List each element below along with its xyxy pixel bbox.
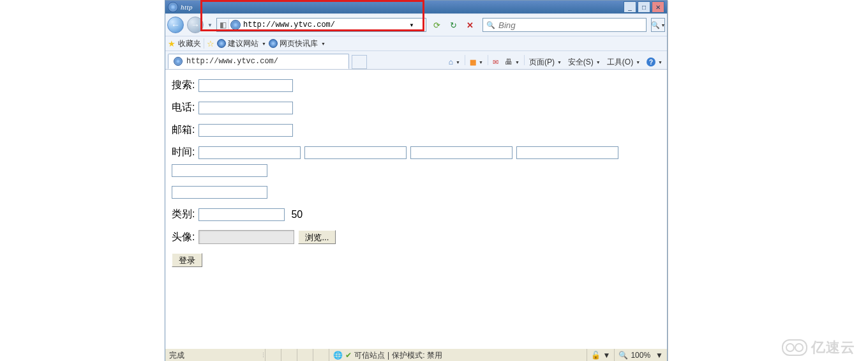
submit-button[interactable]: 登录 xyxy=(172,253,202,267)
favbar-separator xyxy=(204,38,204,49)
safety-menu[interactable]: 安全(S)▼ xyxy=(566,55,602,69)
favorites-label[interactable]: 收藏夹 xyxy=(178,38,201,49)
label-email: 邮箱: xyxy=(172,123,195,137)
address-bar[interactable]: ◧ ▼ xyxy=(216,18,426,32)
row-time: 时间: xyxy=(172,146,661,159)
input-category[interactable] xyxy=(198,208,285,221)
new-tab-button[interactable] xyxy=(352,55,367,69)
tab-command-bar: http://www.ytvc.com/ ⌂▼ ▩▼ ✉ 🖶▼ 页面(P)▼ 安… xyxy=(165,51,667,70)
tab-page-icon xyxy=(174,57,183,66)
mail-icon: ✉ xyxy=(493,58,498,66)
help-button[interactable]: ?▼ xyxy=(645,55,664,69)
printer-icon: 🖶 xyxy=(505,58,513,66)
status-privacy[interactable]: 🔓▼ xyxy=(587,349,615,361)
chevron-down-icon: ▼ xyxy=(262,42,266,46)
input-time-1[interactable] xyxy=(198,146,301,159)
home-icon: ⌂ xyxy=(449,58,453,66)
search-go-button[interactable]: 🔍▼ xyxy=(651,18,665,32)
web-slice-label: 网页快讯库 xyxy=(280,38,318,49)
pin-star-icon[interactable]: ☆ xyxy=(207,39,214,49)
row-time-extra2 xyxy=(172,186,661,199)
browse-button[interactable]: 浏览... xyxy=(298,230,336,244)
input-time-3[interactable] xyxy=(410,146,513,159)
trusted-sites-label: 可信站点 xyxy=(354,350,385,361)
ie-icon xyxy=(217,39,226,48)
window-minimize-button[interactable]: _ xyxy=(624,1,636,13)
protected-mode-label: 保护模式: 禁用 xyxy=(392,350,442,361)
status-pane-3 xyxy=(297,349,313,361)
watermark: 亿速云 xyxy=(782,338,855,357)
read-mail-button[interactable]: ✉ xyxy=(491,55,500,69)
row-category: 类别: 50 xyxy=(172,208,661,221)
row-submit: 登录 xyxy=(172,253,661,267)
back-button[interactable]: ← xyxy=(167,17,184,33)
status-done: 完成 xyxy=(165,349,261,361)
label-category: 类别: xyxy=(172,208,195,221)
suggested-sites-label: 建议网站 xyxy=(228,38,258,49)
search-input[interactable] xyxy=(497,20,645,31)
lock-icon: 🔓 xyxy=(591,351,601,360)
row-email: 邮箱: xyxy=(172,123,661,137)
refresh-button[interactable]: ↻ xyxy=(446,18,460,32)
ie-icon xyxy=(168,2,178,12)
tools-menu[interactable]: 工具(O)▼ xyxy=(605,55,642,69)
zoom-level: 100% xyxy=(631,351,650,360)
rss-icon: ▩ xyxy=(470,58,476,66)
rss-button[interactable]: ▩▼ xyxy=(468,55,485,69)
window-close-button[interactable]: ✕ xyxy=(652,1,664,13)
status-pane-1 xyxy=(265,349,281,361)
chevron-down-icon: ▼ xyxy=(655,351,663,360)
input-time-2[interactable] xyxy=(304,146,407,159)
input-email[interactable] xyxy=(198,124,293,137)
label-phone: 电话: xyxy=(172,101,195,114)
status-bar: 完成 ⋮ 🌐 ✔ 可信站点 | 保护模式: 禁用 🔓▼ 🔍 100% ▼ xyxy=(165,348,667,361)
input-time-4[interactable] xyxy=(516,146,618,159)
tab-title: http://www.ytvc.com/ xyxy=(186,57,278,66)
window-titlebar: http _ □ ✕ xyxy=(165,1,667,13)
input-search[interactable] xyxy=(198,79,293,92)
status-zoom[interactable]: 🔍 100% ▼ xyxy=(614,349,667,361)
watermark-logo-icon xyxy=(782,339,807,356)
status-pane-2 xyxy=(281,349,297,361)
row-time-extra1 xyxy=(172,164,661,177)
browser-window: http _ □ ✕ ← → ▼ ◧ ▼ ⟳ ↻ ✕ xyxy=(165,0,668,361)
print-button[interactable]: 🖶▼ xyxy=(503,55,521,69)
row-avatar: 头像: 浏览... xyxy=(172,230,661,244)
input-time-5[interactable] xyxy=(172,164,267,177)
address-input[interactable] xyxy=(242,19,407,31)
window-title: http xyxy=(181,3,624,11)
label-time: 时间: xyxy=(172,146,195,159)
row-phone: 电话: xyxy=(172,101,661,114)
page-content: 搜索: 电话: 邮箱: 时间: xyxy=(165,70,667,348)
compat-button[interactable]: ⟳ xyxy=(430,18,444,32)
zoom-icon: 🔍 xyxy=(618,351,628,360)
ie-icon xyxy=(269,39,278,48)
forward-button[interactable]: → xyxy=(187,17,204,33)
page-menu[interactable]: 页面(P)▼ xyxy=(527,55,564,69)
search-box[interactable]: 🔍 xyxy=(483,18,647,32)
page-icon xyxy=(230,20,241,30)
compat-view-icon[interactable]: ◧ xyxy=(217,19,229,31)
shield-icon: ✔ xyxy=(345,351,352,360)
search-icon: 🔍 xyxy=(486,21,495,29)
label-search: 搜索: xyxy=(172,79,195,92)
globe-icon: 🌐 xyxy=(333,351,343,360)
stop-button[interactable]: ✕ xyxy=(463,18,477,32)
home-button[interactable]: ⌂▼ xyxy=(447,55,462,69)
favorites-bar: ★ 收藏夹 ☆ 建议网站 ▼ 网页快讯库 ▼ xyxy=(165,36,667,51)
range-output: 50 xyxy=(291,209,303,220)
status-pane-4 xyxy=(313,349,329,361)
star-icon[interactable]: ★ xyxy=(168,39,176,49)
suggested-sites-link[interactable]: 建议网站 ▼ xyxy=(217,38,266,49)
nav-history-dropdown[interactable]: ▼ xyxy=(207,18,213,32)
web-slice-link[interactable]: 网页快讯库 ▼ xyxy=(269,38,326,49)
status-security-zone[interactable]: 🌐 ✔ 可信站点 | 保护模式: 禁用 xyxy=(329,349,587,361)
watermark-text: 亿速云 xyxy=(811,338,855,357)
help-icon: ? xyxy=(647,58,655,66)
window-maximize-button[interactable]: □ xyxy=(638,1,650,13)
input-time-6[interactable] xyxy=(172,186,267,199)
address-dropdown-icon[interactable]: ▼ xyxy=(407,22,417,28)
navigation-toolbar: ← → ▼ ◧ ▼ ⟳ ↻ ✕ 🔍 🔍▼ xyxy=(165,13,667,36)
tab-active[interactable]: http://www.ytvc.com/ xyxy=(168,54,349,69)
input-phone[interactable] xyxy=(198,102,293,114)
